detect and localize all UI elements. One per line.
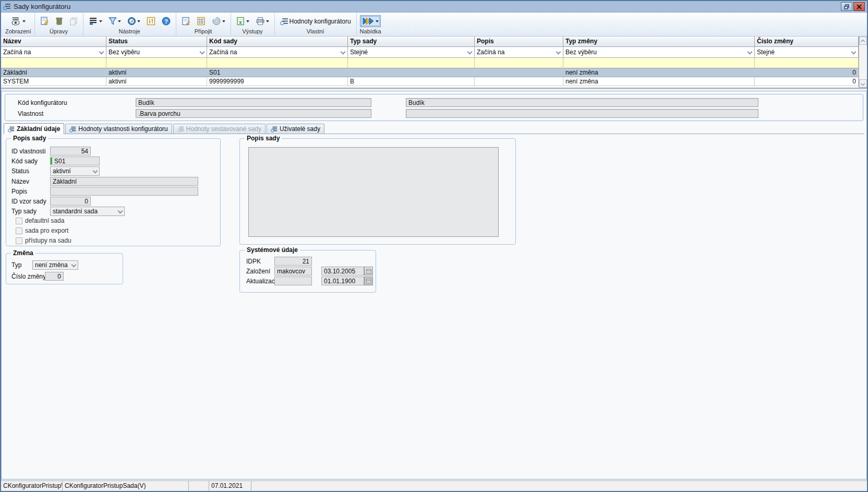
checkbox-label: defaultní sada <box>25 217 64 224</box>
scroll-down-button[interactable] <box>859 79 867 88</box>
status-select[interactable]: aktivní <box>50 166 100 176</box>
nabidka-button[interactable] <box>360 15 381 27</box>
search-input-popis[interactable] <box>475 58 563 68</box>
filter-select-cislo-zmeny[interactable]: Stejné <box>755 47 859 58</box>
edit-document-icon <box>40 17 49 26</box>
filter-value: Začíná na <box>209 49 237 56</box>
sada-pro-export-checkbox[interactable]: sada pro export <box>16 227 68 234</box>
checkbox-label: přístupy na sadu <box>25 237 71 244</box>
cell-popis <box>475 68 563 77</box>
zmena-groupbox: Změna Typ není změna Číslo změny 0 <box>6 253 123 284</box>
vertical-scrollbar[interactable] <box>859 37 867 88</box>
status-value: aktivní <box>53 167 71 175</box>
scroll-up-button[interactable] <box>859 37 867 45</box>
restore-button[interactable] <box>841 2 852 11</box>
window-title: Sady konfigurátoru <box>14 3 841 10</box>
cell-cislo-zmeny: 0 <box>755 68 859 77</box>
kod-konfiguratoru-field: Budík <box>136 98 371 107</box>
column-header-typ-sady[interactable]: Typ sady <box>348 37 475 47</box>
tab-hodnoty-sestavovane-sady[interactable]: Hodnoty sestavované sady <box>173 124 266 134</box>
pristupy-na-sadu-checkbox[interactable]: přístupy na sadu <box>16 237 71 244</box>
tab-hodnoty-vlastnosti-konfiguratoru[interactable]: Hodnoty vlastnosti konfigurátoru <box>65 124 172 134</box>
chevron-down-icon <box>851 50 856 55</box>
copy-button[interactable] <box>67 15 80 27</box>
zalozeni-calendar-button[interactable] <box>364 267 373 275</box>
disc-button[interactable] <box>210 15 227 27</box>
dropdown-caret-icon <box>246 20 249 22</box>
excel-export-icon: x <box>236 17 245 26</box>
search-input-status[interactable] <box>106 58 207 68</box>
print-button[interactable] <box>254 15 271 27</box>
column-header-status[interactable]: Status <box>106 37 207 47</box>
column-header-cislo-zmeny[interactable]: Číslo změny <box>755 37 859 47</box>
tab-uzivatele-sady[interactable]: Uživatelé sady <box>267 124 324 134</box>
filter-select-kod-sady[interactable]: Začíná na <box>207 47 348 58</box>
filter-select-popis[interactable]: Začíná na <box>475 47 563 58</box>
table-row[interactable]: Základní aktivní S01 není změna 0 <box>1 68 859 77</box>
note-edit-button[interactable] <box>179 15 192 27</box>
column-header-kod-sady[interactable]: Kód sady <box>207 37 348 47</box>
checkbox-label: sada pro export <box>25 227 68 234</box>
svg-text:x: x <box>239 19 242 25</box>
aktualizace-calendar-button[interactable] <box>364 277 373 285</box>
filter-select-typ-sady[interactable]: Stejné <box>348 47 475 58</box>
checklist-button[interactable] <box>195 15 208 27</box>
popis-field[interactable] <box>50 187 198 196</box>
configurator-header-box: Kód konfigurátoru Budík Budík Vlastnost … <box>5 94 863 121</box>
help-button[interactable]: ? <box>160 15 173 27</box>
search-input-nazev[interactable] <box>1 58 106 68</box>
cislo-zmeny-label: Číslo změny <box>11 273 46 280</box>
kod-konfiguratoru-name-field: Budík <box>406 98 758 107</box>
defaultni-sada-checkbox[interactable]: defaultní sada <box>16 217 64 224</box>
excel-export-button[interactable]: x <box>234 15 251 27</box>
title-bar: Sady konfigurátoru <box>1 1 867 13</box>
filter-select-status[interactable]: Bez výběru <box>106 47 207 58</box>
group-label-nabidka: Nabídka <box>360 28 381 35</box>
filter-icon <box>108 17 117 26</box>
filter-button[interactable] <box>106 15 123 27</box>
search-input-kod-sady[interactable] <box>207 58 348 68</box>
configurator-icon <box>280 17 288 26</box>
status-context-class: CKonfiguratorPristupWr <box>1 481 63 491</box>
cell-status: aktivní <box>106 77 207 86</box>
zmena-typ-select[interactable]: není změna <box>32 260 78 270</box>
search-input-typ-sady[interactable] <box>348 58 475 68</box>
search-input-typ-zmeny[interactable] <box>563 58 755 68</box>
view-button[interactable] <box>9 15 28 27</box>
table-settings-button[interactable] <box>87 15 104 27</box>
hodnoty-konfiguratoru-button[interactable]: Hodnoty konfigurátoru <box>278 16 353 27</box>
groupbox-title: Změna <box>11 249 35 257</box>
delete-button[interactable] <box>53 15 65 27</box>
chevron-down-icon <box>71 263 76 268</box>
close-button[interactable] <box>853 2 865 11</box>
tab-zakladni-udaje[interactable]: Základní údaje <box>4 123 64 134</box>
chevron-down-icon <box>341 50 345 55</box>
popis-sady-textarea[interactable] <box>248 147 499 237</box>
search-input-cislo-zmeny[interactable] <box>755 58 859 68</box>
cislo-zmeny-field: 0 <box>45 272 64 281</box>
column-header-typ-zmeny[interactable]: Typ změny <box>563 37 755 47</box>
table-row[interactable]: SYSTEM aktivní 9999999999 B není změna 0 <box>1 77 859 86</box>
toolbar: Zobrazení <box>1 13 867 37</box>
grid-filter-row: Začíná na Bez výběru Začíná na Stejné Za… <box>1 47 859 58</box>
chevron-down-icon <box>93 169 98 174</box>
detail-panel: Kód konfigurátoru Budík Budík Vlastnost … <box>1 91 867 479</box>
filter-value: Stejné <box>757 49 775 56</box>
status-label: Status <box>11 167 29 175</box>
cell-kod-sady: 9999999999 <box>207 77 348 86</box>
column-header-popis[interactable]: Popis <box>475 37 563 47</box>
compass-button[interactable] <box>125 15 142 27</box>
tab-label: Základní údaje <box>17 125 60 133</box>
preferences-button[interactable] <box>144 15 158 27</box>
idpk-label: IDPK <box>246 258 261 265</box>
column-header-nazev[interactable]: Název <box>1 37 106 47</box>
kod-sady-field[interactable]: S01 <box>50 157 100 165</box>
checkbox-icon <box>16 227 22 234</box>
typ-sady-select[interactable]: standardní sada <box>50 207 125 216</box>
edit-button[interactable] <box>38 15 51 27</box>
nazev-field[interactable]: Základní <box>50 177 198 186</box>
cell-typ-zmeny: není změna <box>563 77 755 86</box>
table-settings-icon <box>89 17 98 26</box>
filter-select-nazev[interactable]: Začíná na <box>1 47 106 58</box>
filter-select-typ-zmeny[interactable]: Bez výběru <box>563 47 755 58</box>
